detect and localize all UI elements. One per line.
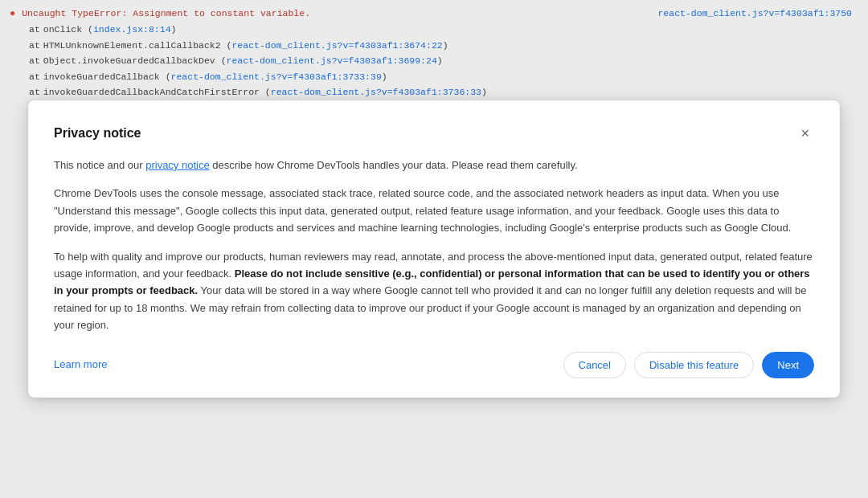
privacy-modal: Privacy notice × This notice and our pri… xyxy=(28,100,840,398)
modal-para2: Chrome DevTools uses the console message… xyxy=(54,185,814,236)
disable-feature-button[interactable]: Disable this feature xyxy=(634,352,754,378)
modal-footer-right: Cancel Disable this feature Next xyxy=(563,352,814,378)
cancel-button[interactable]: Cancel xyxy=(563,352,626,378)
modal-title: Privacy notice xyxy=(54,123,141,144)
modal-overlay: Privacy notice × This notice and our pri… xyxy=(0,0,868,498)
modal-body: This notice and our privacy notice descr… xyxy=(54,157,814,334)
learn-more-link[interactable]: Learn more xyxy=(54,358,107,370)
modal-footer-left: Learn more xyxy=(54,357,107,374)
modal-header: Privacy notice × xyxy=(54,123,814,144)
privacy-notice-link[interactable]: privacy notice xyxy=(145,159,209,171)
next-button[interactable]: Next xyxy=(762,352,814,378)
modal-para1: This notice and our privacy notice descr… xyxy=(54,157,814,173)
modal-close-button[interactable]: × xyxy=(796,124,814,142)
modal-para3: To help with quality and improve our pro… xyxy=(54,248,814,334)
modal-footer: Learn more Cancel Disable this feature N… xyxy=(54,352,814,378)
